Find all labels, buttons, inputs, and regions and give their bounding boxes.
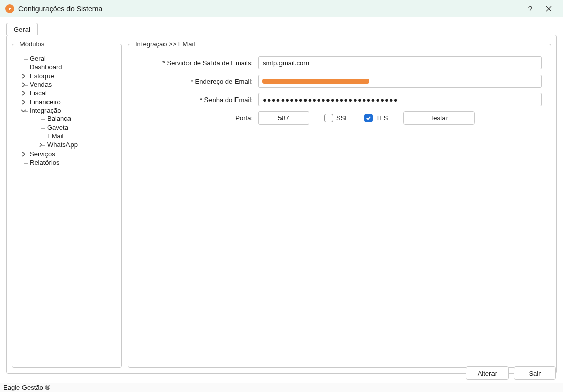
window-title: Configurações do Sistema bbox=[18, 5, 521, 13]
close-button[interactable] bbox=[539, 2, 558, 16]
alterar-button[interactable]: Alterar bbox=[466, 366, 509, 380]
tree-item-financeiro[interactable]: Financeiro bbox=[19, 97, 117, 106]
tls-checkbox[interactable]: TLS bbox=[364, 114, 388, 122]
title-bar: Configurações do Sistema ? bbox=[0, 0, 563, 17]
password-label: * Senha do Email: bbox=[132, 96, 258, 104]
tree-item-balanca[interactable]: Balança bbox=[37, 114, 117, 123]
modules-tree: Geral Dashboard Estoque Vendas Fiscal Fi… bbox=[16, 54, 117, 167]
close-icon bbox=[545, 5, 552, 12]
main-fieldset: Integração >> EMail * Servidor de Saída … bbox=[128, 40, 551, 368]
chevron-right-icon[interactable] bbox=[20, 73, 27, 79]
test-button[interactable]: Testar bbox=[403, 111, 475, 125]
tree-item-relatorios[interactable]: Relatórios bbox=[19, 158, 117, 167]
tree-item-servicos[interactable]: Serviços bbox=[19, 150, 117, 158]
port-input[interactable] bbox=[258, 111, 309, 125]
tree-item-geral[interactable]: Geral bbox=[19, 54, 117, 63]
main-legend: Integração >> EMail bbox=[132, 40, 198, 48]
app-icon bbox=[5, 4, 14, 13]
status-bar: Eagle Gestão ® bbox=[0, 383, 563, 392]
tree-item-whatsapp[interactable]: WhatsApp bbox=[37, 140, 117, 149]
tree-item-estoque[interactable]: Estoque bbox=[19, 71, 117, 80]
smtp-label: * Servidor de Saída de Emails: bbox=[132, 59, 258, 67]
chevron-right-icon[interactable] bbox=[20, 99, 27, 105]
tree-item-gaveta[interactable]: Gaveta bbox=[37, 123, 117, 132]
modules-fieldset: Módulos Geral Dashboard Estoque Vendas F… bbox=[12, 40, 122, 368]
chevron-right-icon[interactable] bbox=[38, 142, 44, 148]
tab-general[interactable]: Geral bbox=[6, 23, 38, 35]
tree-item-vendas[interactable]: Vendas bbox=[19, 80, 117, 89]
chevron-right-icon[interactable] bbox=[20, 90, 27, 96]
smtp-input[interactable] bbox=[258, 56, 542, 69]
sair-button[interactable]: Sair bbox=[514, 366, 556, 380]
chevron-right-icon[interactable] bbox=[20, 151, 27, 157]
window-body: Geral Módulos Geral Dashboard Estoque Ve… bbox=[0, 17, 563, 383]
status-text: Eagle Gestão ® bbox=[3, 384, 50, 391]
help-button[interactable]: ? bbox=[521, 2, 539, 16]
check-icon bbox=[366, 115, 371, 121]
tree-item-email[interactable]: EMail bbox=[37, 132, 117, 140]
email-form: * Servidor de Saída de Emails: * Endereç… bbox=[132, 52, 547, 125]
email-input[interactable] bbox=[258, 75, 542, 88]
chevron-down-icon[interactable] bbox=[20, 108, 27, 114]
chevron-right-icon[interactable] bbox=[20, 82, 27, 88]
tab-strip: Geral bbox=[6, 21, 557, 35]
tree-item-fiscal[interactable]: Fiscal bbox=[19, 89, 117, 97]
modules-legend: Módulos bbox=[16, 40, 48, 48]
tree-item-integracao[interactable]: Integração Balança Gaveta EMail WhatsApp bbox=[19, 106, 117, 150]
ssl-checkbox-label: SSL bbox=[336, 114, 349, 122]
password-input[interactable] bbox=[258, 93, 542, 106]
port-label: Porta: bbox=[132, 114, 258, 122]
tab-panel: Módulos Geral Dashboard Estoque Vendas F… bbox=[6, 35, 557, 374]
email-label: * Endereço de Email: bbox=[132, 78, 258, 85]
footer-buttons: Alterar Sair bbox=[466, 366, 556, 380]
tls-checkbox-label: TLS bbox=[376, 114, 388, 122]
tree-item-dashboard[interactable]: Dashboard bbox=[19, 63, 117, 71]
ssl-checkbox[interactable]: SSL bbox=[324, 114, 349, 122]
